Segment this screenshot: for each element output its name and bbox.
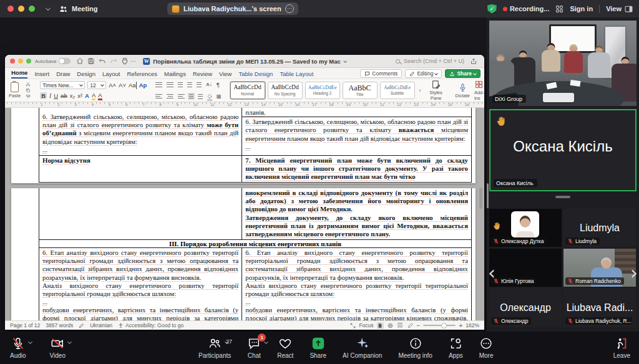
styles-pane-button[interactable]: Styles Pane [426,80,447,101]
comments-button[interactable]: Comments [360,69,402,78]
tab-table-design[interactable]: Table Design [238,70,273,79]
tab-design[interactable]: Design [77,70,95,79]
document-canvas[interactable]: 6. Затверджений сільською, селищною, міс… [5,108,484,320]
autosave-toggle[interactable] [59,58,71,64]
word-scrollbar-thumb[interactable] [479,188,482,209]
borders-button[interactable]: ⊞ [217,93,222,100]
tab-table-layout[interactable]: Table Layout [280,70,313,79]
underline-button[interactable]: U [54,92,58,99]
video-tile-олександр-дутка[interactable]: Олександр Дутка [489,209,562,247]
word-close-button[interactable] [10,59,15,64]
tab-review[interactable]: Review [193,70,212,79]
zoom-level[interactable]: 162% [466,322,479,328]
font-color-button[interactable]: A [98,92,102,100]
toolbar-audio[interactable]: Audio [10,337,26,359]
recording-indicator[interactable]: Recording... [503,5,550,12]
shading-button[interactable]: ◇ [207,92,212,101]
tab-home[interactable]: Home [11,69,27,79]
doc-cell-left[interactable]: Норма відсутня [39,156,242,183]
align-center-button[interactable] [167,94,173,98]
web-layout-view-button[interactable] [387,322,394,329]
chevron-up-icon[interactable] [28,340,32,344]
undo-icon[interactable] [99,57,106,65]
video-tile-олександр[interactable]: ОлександрОлександр [489,289,562,327]
tab-mailings[interactable]: Mailings [164,70,186,79]
zoom-in-button[interactable]: + [459,322,462,329]
chevron-up-icon[interactable] [67,340,72,344]
font-name-select[interactable]: Times New... [40,81,85,89]
zoom-out-button[interactable]: − [417,322,421,329]
styles-more-icon[interactable]: › [419,87,421,93]
doc-cell-right[interactable]: виокремлений в складі відповідного докум… [242,188,471,239]
grow-font-button[interactable]: A˄ [109,82,116,89]
toolbar-more[interactable]: More [479,337,494,359]
panel-drag-handle[interactable] [555,196,570,198]
doc-cell-right[interactable]: 7. Місцевий енергетичний план може бути … [242,156,471,183]
justify-button[interactable] [188,93,195,100]
word-minimize-button[interactable] [18,59,23,64]
screen-options-icon[interactable]: ⋯ [285,4,294,13]
draft-view-button[interactable] [407,322,414,329]
superscript-button[interactable]: x² [77,92,82,99]
accessibility-status[interactable]: Accessibility: Good to go [118,322,183,328]
word-count[interactable]: 3857 words [46,322,73,328]
toolbar-ai-companion[interactable]: AI Companion [343,337,382,359]
pilcrow-button[interactable]: ¶ [217,81,220,88]
italic-button[interactable]: I [49,93,51,99]
increase-indent-icon[interactable] [197,82,202,87]
format-painter-icon[interactable] [25,94,31,99]
video-tile-active-speaker[interactable]: Оксана Кисіль Оксана Кисіль [489,109,637,191]
doc-cell-right[interactable]: 6. Етап аналізу вихідного стану енергети… [242,248,471,320]
zoom-slider-knob[interactable] [441,323,447,328]
dictate-button[interactable]: Dictate [456,83,470,98]
paste-button[interactable]: Paste [9,82,21,98]
shrink-font-button[interactable]: A˅ [119,82,126,89]
toolbar-participants[interactable]: 27Participants [198,337,231,359]
document-page[interactable]: виокремлений в складі відповідного докум… [11,188,476,320]
line-spacing-icon[interactable] [198,94,203,99]
language-indicator[interactable]: Ukrainian [90,322,112,328]
editing-mode-button[interactable]: Editing [405,69,442,78]
clear-format-button[interactable]: Ap [139,82,147,89]
document-page[interactable]: 6. Затверджений сільською, селищною, міс… [11,108,476,183]
share-button[interactable]: Share [445,69,480,78]
focus-button[interactable]: Focus [359,322,373,328]
minimize-window-button[interactable] [18,6,24,12]
subscript-button[interactable]: x₂ [70,92,75,99]
align-left-button[interactable] [155,94,162,98]
add-ins-button[interactable]: Add-ins [474,80,484,101]
style-subtitle[interactable]: AaBbCcDdEeSubtitle [380,82,415,99]
search-input[interactable]: Search (Cmd + Ctrl + U) [404,58,464,64]
toolbar-chat[interactable]: 1Chat [247,337,261,359]
toolbar-video[interactable]: Video [50,337,66,359]
shared-screen-pill[interactable]: Liubava Radiychuk...'s screen ⋯ [167,2,298,15]
chevron-down-icon[interactable] [46,6,51,11]
multilevel-list-icon[interactable] [178,82,183,87]
decrease-indent-icon[interactable] [187,82,192,87]
chevron-down-icon[interactable] [343,59,347,63]
tab-layout[interactable]: Layout [102,70,120,79]
outline-view-button[interactable] [397,322,404,329]
align-right-button[interactable] [178,94,185,98]
print-layout-view-button[interactable] [377,322,384,329]
more-commands-icon[interactable]: ⋯ [130,58,137,64]
view-button[interactable]: View [606,5,633,13]
video-tile-room[interactable]: DiXi Group [489,21,637,106]
doc-cell-left[interactable] [39,188,242,239]
change-case-button[interactable]: Aa [129,82,137,89]
bold-button[interactable]: B [40,92,47,99]
toolbar-leave[interactable]: Leave [613,337,630,359]
toolbar-apps[interactable]: Apps [449,337,463,359]
chevron-up-icon[interactable] [264,340,268,344]
tab-insert[interactable]: Insert [34,70,49,79]
numbered-list-icon[interactable] [167,82,173,87]
tab-references[interactable]: References [127,70,157,79]
word-zoom-button[interactable] [26,59,31,64]
tab-draw[interactable]: Draw [56,70,70,79]
video-tile-roman-radchenko[interactable]: Roman Radchenko [563,249,636,287]
document-title-group[interactable]: W Порівняльна таблиця зміни до МЕП 13.05… [143,58,346,65]
word-window-controls[interactable] [10,59,35,64]
apps-grid-icon[interactable] [555,5,563,13]
share-doc-icon[interactable] [470,57,477,65]
video-tile-liudmyla[interactable]: LiudmylaLiudmyla [563,209,636,247]
